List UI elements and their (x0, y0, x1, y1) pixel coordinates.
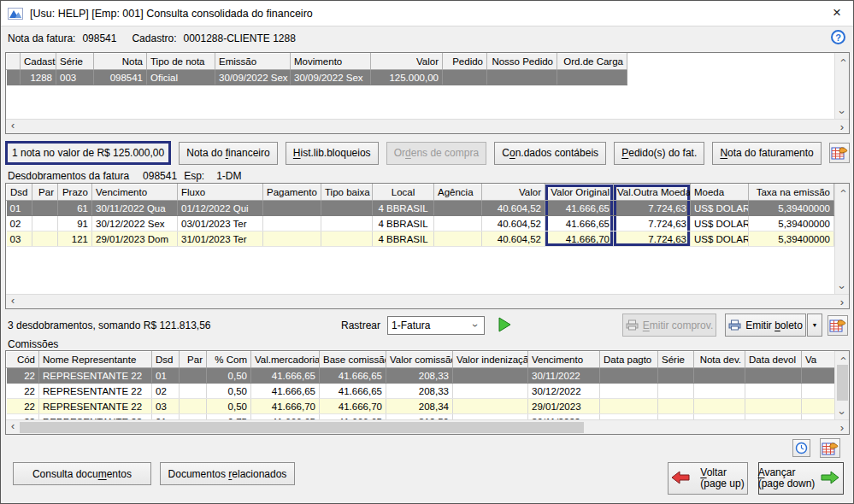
cell[interactable]: 22 (7, 368, 39, 384)
column-header[interactable]: Valor indenização (453, 352, 528, 368)
column-header[interactable]: Valor comissão (386, 352, 453, 368)
cell[interactable]: 098541 (94, 70, 147, 85)
cell[interactable]: 1288 (21, 70, 56, 85)
cell[interactable]: 5,39400000 (749, 231, 834, 247)
column-header[interactable]: Nosso Pedido (487, 54, 557, 70)
cell[interactable]: 02 (152, 384, 180, 399)
column-header[interactable]: Valor (482, 185, 545, 201)
cell[interactable]: 03 (152, 399, 180, 414)
cell[interactable]: 0,50 (207, 399, 251, 414)
avancar-button[interactable]: Avançar (page down) (758, 462, 844, 495)
cell[interactable]: Oficial (147, 70, 215, 85)
column-header[interactable]: Taxa na emissão (749, 185, 834, 201)
export-spreadsheet-icon[interactable] (829, 143, 850, 163)
column-header[interactable]: Base comissão (320, 352, 386, 368)
column-header[interactable]: Va (802, 352, 835, 368)
voltar-button[interactable]: Voltar (page up) (668, 462, 748, 495)
cell[interactable]: 41.666,65 (545, 201, 614, 216)
cell[interactable]: 02 (7, 216, 32, 231)
cell[interactable] (321, 231, 373, 247)
column-header[interactable]: Prazo (58, 185, 92, 201)
scroll-right-icon[interactable]: › (835, 120, 849, 133)
cell[interactable] (180, 399, 207, 414)
cell[interactable] (321, 201, 373, 216)
table-row[interactable]: 1288003098541Oficial30/09/2022 Sex30/09/… (7, 70, 627, 85)
cell[interactable]: 4 BBRASIL (373, 201, 434, 216)
documentos-relacionados-button[interactable]: Documentos relacionados (160, 462, 295, 485)
cell[interactable]: 4 BBRASIL (373, 231, 434, 247)
cell[interactable] (443, 70, 487, 85)
cell[interactable] (658, 384, 694, 399)
cell[interactable]: 29/01/2023 Dom (92, 231, 178, 247)
scrollbar-thumb[interactable] (837, 365, 848, 401)
column-header[interactable]: Data devol (745, 352, 802, 368)
cell[interactable]: 30/09/2022 Sex (291, 70, 371, 85)
cell[interactable] (434, 216, 482, 231)
hist-lib-bloqueios-button[interactable]: Hist.lib.bloqueios (286, 142, 379, 165)
column-header[interactable]: Valor Original (545, 185, 614, 201)
cell[interactable]: 03 (7, 231, 32, 247)
pedidos-fat-button[interactable]: Pedido(s) do fat. (614, 142, 704, 165)
cell[interactable] (802, 399, 835, 414)
column-header[interactable]: Nota (94, 54, 147, 70)
column-header[interactable]: Tipo baixa (321, 185, 373, 201)
scroll-down-icon[interactable]: › (835, 280, 849, 294)
cell[interactable]: 41.666,65 (545, 216, 614, 231)
cell[interactable] (180, 384, 207, 399)
cell[interactable] (434, 201, 482, 216)
cell[interactable]: 003 (56, 70, 94, 85)
scrollbar-thumb[interactable] (20, 422, 584, 433)
cell[interactable] (487, 70, 557, 85)
column-header[interactable]: Fluxo (178, 185, 263, 201)
scroll-left-icon[interactable]: › (6, 120, 20, 133)
cell[interactable]: 41.666,65 (251, 384, 320, 399)
cell[interactable] (180, 368, 207, 384)
cell[interactable] (658, 399, 694, 414)
cell[interactable] (745, 384, 802, 399)
table-row[interactable]: 22REPRESENTANTE 22010,5041.666,6541.666,… (7, 368, 835, 384)
column-header[interactable]: Movimento (291, 54, 371, 70)
cell[interactable] (745, 399, 802, 414)
chevron-down-icon[interactable]: › (468, 319, 482, 332)
cell[interactable]: 5,39400000 (749, 216, 834, 231)
column-header[interactable]: Val.mercadorias (251, 352, 320, 368)
cell[interactable] (32, 216, 58, 231)
nota-faturamento-button[interactable]: Nota do faturamento (712, 142, 821, 165)
scroll-right-icon[interactable]: › (835, 295, 849, 308)
column-header[interactable]: Data pagto (600, 352, 658, 368)
cell[interactable]: 41.666,65 (320, 384, 386, 399)
export-spreadsheet-icon[interactable] (820, 438, 840, 458)
cell[interactable]: 01/12/2022 Qui (178, 201, 263, 216)
cell[interactable] (600, 384, 658, 399)
column-header[interactable]: % Com (207, 352, 251, 368)
cell[interactable] (694, 384, 745, 399)
cell[interactable] (557, 70, 627, 85)
cell[interactable] (7, 70, 21, 85)
table-row[interactable]: 016130/11/2022 Qua01/12/2022 Qui4 BBRASI… (7, 201, 834, 216)
cell[interactable]: 41.666,70 (545, 231, 614, 247)
close-icon[interactable]: × (833, 4, 841, 21)
cell[interactable]: 30/11/2022 (528, 368, 600, 384)
column-header[interactable]: Cód (7, 352, 39, 368)
cell[interactable]: 40.604,52 (482, 231, 545, 247)
cell[interactable]: 29/01/2023 (528, 399, 600, 414)
table-row[interactable]: 0312129/01/2023 Dom31/01/2023 Ter4 BBRAS… (7, 231, 834, 247)
clock-icon[interactable] (792, 439, 810, 457)
scroll-up-icon[interactable]: › (835, 184, 849, 197)
cell[interactable]: 61 (58, 201, 92, 216)
cell[interactable]: 208,33 (386, 368, 453, 384)
column-header[interactable]: Dsd (152, 352, 180, 368)
column-header[interactable]: Nome Representante (39, 352, 152, 368)
rastrear-combobox[interactable]: 1-Fatura › (387, 316, 485, 335)
cell[interactable]: 22 (7, 399, 39, 414)
scroll-left-icon[interactable]: › (6, 295, 20, 308)
cell[interactable] (434, 231, 482, 247)
table-row[interactable]: 22REPRESENTANTE 22030,5041.666,7041.666,… (7, 399, 835, 414)
column-header[interactable]: Série (56, 54, 94, 70)
column-header[interactable]: Emissão (215, 54, 291, 70)
column-header[interactable]: Par (180, 352, 207, 368)
cell[interactable]: 41.666,65 (320, 368, 386, 384)
column-header[interactable]: Dsd (7, 185, 32, 201)
cell[interactable]: 31/01/2023 Ter (178, 231, 263, 247)
cell[interactable]: US$ DOLAR (691, 201, 749, 216)
